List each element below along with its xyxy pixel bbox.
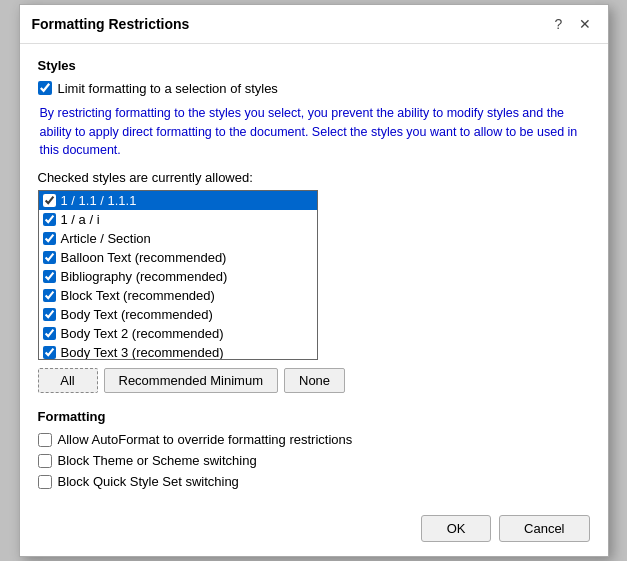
dialog-footer: OK Cancel [20,505,608,556]
none-button[interactable]: None [284,368,345,393]
list-item[interactable]: Body Text (recommended) [39,305,317,324]
formatting-section: Formatting Allow AutoFormat to override … [38,409,590,489]
dialog-title: Formatting Restrictions [32,16,190,32]
limit-formatting-label[interactable]: Limit formatting to a selection of style… [58,81,278,96]
list-item-checkbox[interactable] [43,194,56,207]
list-item-checkbox[interactable] [43,289,56,302]
list-item[interactable]: Bibliography (recommended) [39,267,317,286]
list-item-label: Bibliography (recommended) [61,269,228,284]
list-item-label: Body Text 3 (recommended) [61,345,224,360]
list-item-label: Body Text 2 (recommended) [61,326,224,341]
list-item-label: 1 / a / i [61,212,100,227]
list-item-label: Block Text (recommended) [61,288,215,303]
limit-formatting-row: Limit formatting to a selection of style… [38,81,590,96]
close-button[interactable]: ✕ [574,13,596,35]
recommended-minimum-button[interactable]: Recommended Minimum [104,368,279,393]
formatting-restrictions-dialog: Formatting Restrictions ? ✕ Styles Limit… [19,4,609,557]
checked-styles-label: Checked styles are currently allowed: [38,170,590,185]
format-option-checkbox[interactable] [38,433,52,447]
cancel-button[interactable]: Cancel [499,515,589,542]
list-item-checkbox[interactable] [43,346,56,359]
list-item-checkbox[interactable] [43,213,56,226]
list-item[interactable]: Block Text (recommended) [39,286,317,305]
list-item-label: Body Text (recommended) [61,307,213,322]
help-button[interactable]: ? [548,13,570,35]
list-item[interactable]: 1 / a / i [39,210,317,229]
limit-formatting-checkbox[interactable] [38,81,52,95]
formatting-section-title: Formatting [38,409,590,424]
list-item-checkbox[interactable] [43,327,56,340]
list-item-label: Balloon Text (recommended) [61,250,227,265]
ok-button[interactable]: OK [421,515,491,542]
format-option-row: Allow AutoFormat to override formatting … [38,432,590,447]
title-bar: Formatting Restrictions ? ✕ [20,5,608,44]
description-text: By restricting formatting to the styles … [40,104,590,160]
styles-listbox[interactable]: 1 / 1.1 / 1.1.11 / a / iArticle / Sectio… [38,190,318,360]
list-item-checkbox[interactable] [43,251,56,264]
list-item[interactable]: Article / Section [39,229,317,248]
format-option-label[interactable]: Block Theme or Scheme switching [58,453,257,468]
list-item[interactable]: Balloon Text (recommended) [39,248,317,267]
formatting-options-list: Allow AutoFormat to override formatting … [38,432,590,489]
format-option-checkbox[interactable] [38,475,52,489]
format-option-label[interactable]: Allow AutoFormat to override formatting … [58,432,353,447]
list-item-label: 1 / 1.1 / 1.1.1 [61,193,137,208]
list-item[interactable]: Body Text 3 (recommended) [39,343,317,360]
list-item-checkbox[interactable] [43,232,56,245]
styles-buttons-row: All Recommended Minimum None [38,368,590,393]
list-item[interactable]: Body Text 2 (recommended) [39,324,317,343]
dialog-body: Styles Limit formatting to a selection o… [20,44,608,505]
all-button[interactable]: All [38,368,98,393]
list-item-checkbox[interactable] [43,308,56,321]
list-item-label: Article / Section [61,231,151,246]
format-option-label[interactable]: Block Quick Style Set switching [58,474,239,489]
list-item[interactable]: 1 / 1.1 / 1.1.1 [39,191,317,210]
format-option-row: Block Quick Style Set switching [38,474,590,489]
format-option-checkbox[interactable] [38,454,52,468]
format-option-row: Block Theme or Scheme switching [38,453,590,468]
list-item-checkbox[interactable] [43,270,56,283]
title-bar-icons: ? ✕ [548,13,596,35]
styles-section-title: Styles [38,58,590,73]
